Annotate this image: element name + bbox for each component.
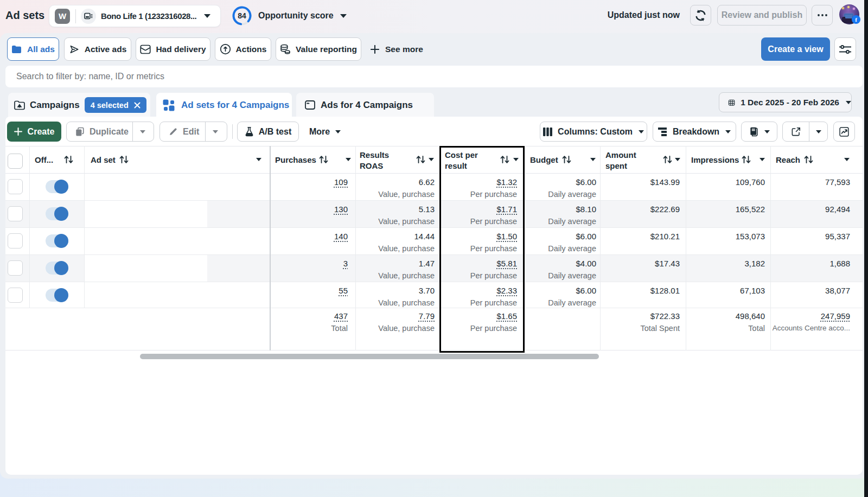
svg-text:84: 84 (238, 11, 246, 20)
